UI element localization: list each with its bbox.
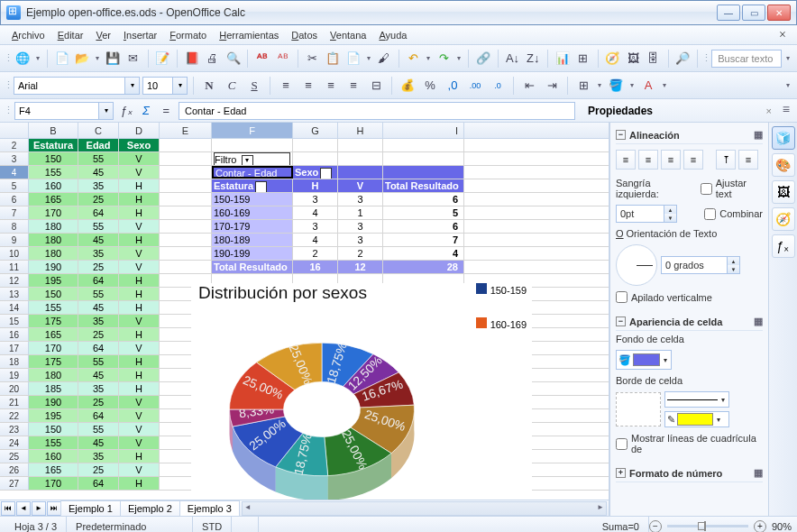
cell[interactable] (338, 139, 383, 151)
toolbar-grip[interactable]: ⋮ (5, 52, 11, 64)
zoom-out-button[interactable]: − (649, 520, 662, 533)
border-preview[interactable] (616, 392, 661, 427)
cell[interactable]: 150-159 (212, 193, 293, 206)
format-brush-icon[interactable]: 🖌 (375, 49, 393, 69)
cell[interactable]: 64 (78, 409, 119, 422)
cell[interactable]: Sexo▾ (293, 166, 338, 179)
cell[interactable]: H (119, 301, 160, 314)
currency-icon[interactable]: 💰 (398, 76, 417, 96)
cell[interactable]: V (119, 261, 160, 273)
cell[interactable] (383, 152, 464, 165)
cell[interactable]: 12 (338, 261, 383, 273)
cell[interactable]: 25 (78, 328, 119, 341)
row-header[interactable]: 12 (0, 274, 29, 287)
maximize-button[interactable]: ▭ (742, 5, 765, 21)
row-header[interactable]: 2 (0, 139, 29, 151)
navigator-icon[interactable]: 🧭 (603, 49, 621, 69)
orientation-spinner[interactable]: 0 grados▲▼ (661, 256, 740, 274)
show-grid-icon[interactable]: ⊞ (574, 49, 592, 69)
sum-icon[interactable]: Σ (137, 102, 155, 120)
row-header[interactable]: 6 (0, 193, 29, 206)
close-button[interactable]: ✕ (767, 5, 791, 21)
cell[interactable]: 25 (78, 261, 119, 273)
menu-insertar[interactable]: Insertar (117, 28, 163, 42)
gallery-icon[interactable]: 🖼 (624, 49, 642, 69)
row-header[interactable]: 18 (0, 355, 29, 368)
sidebar-tab-gallery[interactable]: 🖼 (772, 180, 795, 204)
edit-icon[interactable]: 📝 (154, 49, 172, 69)
menu-formato[interactable]: Formato (163, 28, 213, 42)
indent-spinner[interactable]: 0pt▲▼ (616, 205, 677, 223)
cell[interactable]: 180 (29, 220, 78, 233)
cell[interactable]: V (119, 436, 160, 449)
add-decimal-icon[interactable]: .00 (465, 76, 485, 96)
orientation-dial[interactable] (616, 244, 657, 286)
cell[interactable]: V (119, 247, 160, 260)
cell[interactable]: H (119, 179, 160, 192)
cell[interactable]: 2 (293, 247, 338, 260)
cell[interactable]: 1 (338, 206, 383, 219)
cell[interactable] (338, 152, 383, 165)
row-header[interactable]: 3 (0, 152, 29, 165)
row-header[interactable]: 11 (0, 261, 29, 273)
cell[interactable]: 45 (78, 234, 119, 246)
tab-last-button[interactable]: ⏭ (47, 501, 61, 516)
column-header[interactable]: I (383, 123, 464, 138)
sheet-tab[interactable]: Ejemplo 3 (179, 500, 240, 516)
fill-color-icon[interactable]: 🪣 (606, 76, 626, 96)
column-header[interactable]: F (212, 123, 293, 138)
cell[interactable] (160, 261, 212, 273)
underline-icon[interactable]: S (244, 76, 264, 96)
cell[interactable]: 25 (78, 193, 119, 206)
cell[interactable]: 3 (338, 234, 383, 246)
stacked-checkbox[interactable]: Apilado verticalme (616, 291, 712, 303)
cell[interactable]: 195 (29, 409, 78, 422)
email-icon[interactable]: ✉ (124, 49, 142, 69)
cell[interactable]: V (119, 220, 160, 233)
cell[interactable]: 35 (78, 179, 119, 192)
sheet-tab[interactable]: Ejemplo 2 (120, 500, 180, 516)
align-right-icon[interactable]: ≡ (321, 76, 341, 96)
cell[interactable]: 55 (78, 355, 119, 368)
cell[interactable]: 3 (338, 220, 383, 233)
cell[interactable]: Estatura▾ (212, 179, 293, 192)
equals-icon[interactable]: = (157, 102, 175, 120)
hyperlink-icon[interactable]: 🔗 (474, 49, 492, 69)
row-header[interactable]: 23 (0, 423, 29, 436)
row-header[interactable]: 21 (0, 396, 29, 408)
zoom-slider[interactable] (667, 525, 748, 527)
row-header[interactable]: 17 (0, 342, 29, 354)
cell[interactable]: 64 (78, 206, 119, 219)
cell[interactable]: 3 (293, 193, 338, 206)
function-wizard-icon[interactable]: ƒₓ (117, 102, 135, 120)
cell[interactable]: V (119, 342, 160, 354)
column-header[interactable]: H (338, 123, 383, 138)
gear-icon[interactable]: ▦ (754, 467, 763, 479)
cell[interactable]: 170 (29, 206, 78, 219)
cell[interactable]: Sexo (119, 139, 160, 151)
row-header[interactable]: 24 (0, 436, 29, 449)
gridlines-checkbox[interactable]: Mostrar líneas de cuadrícula de (616, 433, 763, 454)
tab-first-button[interactable]: ⏮ (1, 501, 15, 516)
cell[interactable]: H (119, 450, 160, 463)
cell[interactable] (160, 193, 212, 206)
row-header[interactable]: 9 (0, 234, 29, 246)
cell[interactable] (383, 166, 464, 179)
cell[interactable]: Estatura (29, 139, 78, 151)
cell[interactable]: 2 (338, 247, 383, 260)
cell[interactable]: 55 (78, 423, 119, 436)
border-color-button[interactable]: ✎▾ (664, 411, 729, 427)
cell[interactable]: 5 (383, 206, 464, 219)
cell[interactable]: 3 (338, 193, 383, 206)
bold-icon[interactable]: N (199, 76, 219, 96)
cell[interactable]: 35 (78, 315, 119, 327)
cell[interactable]: V (119, 152, 160, 165)
chart-object[interactable]: Distribución por sexos 150-159 160-169 1… (191, 283, 532, 498)
minimize-button[interactable]: — (717, 5, 740, 21)
row-header[interactable]: 8 (0, 220, 29, 233)
cell[interactable]: 175 (29, 315, 78, 327)
cell[interactable] (160, 247, 212, 260)
zoom-in-button[interactable]: + (754, 520, 766, 533)
cell[interactable] (212, 139, 293, 151)
gear-icon[interactable]: ▦ (754, 316, 763, 327)
